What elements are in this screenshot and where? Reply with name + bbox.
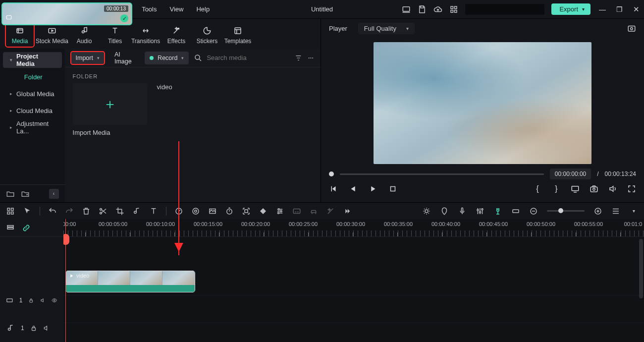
- link-icon[interactable]: [22, 224, 31, 232]
- redo-icon[interactable]: [65, 207, 74, 216]
- mixer-icon[interactable]: [476, 207, 484, 216]
- seek-bar[interactable]: 00:00:00:00 / 00:00:13:24: [329, 169, 636, 179]
- trash-icon[interactable]: [82, 207, 91, 216]
- chroma-key-icon[interactable]: [208, 207, 217, 216]
- tab-effects[interactable]: Effects: [161, 22, 191, 48]
- play-reverse-icon[interactable]: [349, 184, 358, 193]
- menu-view[interactable]: View: [169, 5, 183, 13]
- export-button[interactable]: Export ▾: [551, 3, 590, 15]
- zoom-slider[interactable]: [547, 210, 585, 212]
- adjust-icon[interactable]: [275, 207, 284, 216]
- new-bin-icon[interactable]: [21, 189, 30, 198]
- magnet-icon[interactable]: [493, 207, 502, 216]
- tab-titles[interactable]: Titles: [100, 22, 130, 48]
- more-icon[interactable]: [307, 54, 315, 62]
- marker-icon[interactable]: [440, 207, 449, 216]
- range-icon[interactable]: [511, 207, 520, 216]
- volume-icon[interactable]: [608, 184, 617, 193]
- zoom-in-icon[interactable]: [593, 207, 602, 216]
- chevron-down-icon[interactable]: ▾: [629, 207, 638, 216]
- window-close[interactable]: ✕: [631, 5, 641, 14]
- media-clip-card[interactable]: 00:00:13 ✓ video: [157, 83, 231, 136]
- motion-track-icon[interactable]: [242, 207, 251, 216]
- tab-templates[interactable]: Templates: [223, 22, 253, 48]
- subtitle-icon[interactable]: [292, 207, 301, 216]
- undo-icon[interactable]: [48, 207, 57, 216]
- preview-canvas[interactable]: [374, 42, 591, 164]
- list-view-icon[interactable]: [611, 207, 620, 216]
- playhead[interactable]: [65, 219, 66, 342]
- mute-icon[interactable]: [40, 297, 46, 304]
- split-icon[interactable]: [99, 207, 107, 216]
- timer-icon[interactable]: [225, 207, 234, 216]
- mark-in-icon[interactable]: {: [533, 184, 542, 193]
- device-icon[interactable]: [402, 5, 411, 14]
- keyframe-icon[interactable]: [259, 207, 268, 216]
- timeline-ruler[interactable]: :00:00 00:00:05:00 00:00:10:00 00:00:15:…: [63, 219, 644, 237]
- menu-help[interactable]: Help: [196, 5, 210, 13]
- stack-icon[interactable]: [6, 224, 15, 232]
- collapse-sidebar-icon[interactable]: ‹: [49, 189, 59, 199]
- svg-point-34: [280, 210, 282, 212]
- play-icon[interactable]: [369, 184, 377, 193]
- titlebar-search[interactable]: [465, 4, 544, 15]
- voiceover-icon[interactable]: [458, 207, 467, 216]
- wand-icon[interactable]: [326, 207, 335, 216]
- display-icon[interactable]: [571, 184, 580, 193]
- timeline-tracks[interactable]: :00:00 00:00:05:00 00:00:10:00 00:00:15:…: [63, 219, 644, 342]
- sidebar-project-media[interactable]: ▾ Project Media: [3, 52, 62, 68]
- seek-head[interactable]: [329, 171, 334, 176]
- video-track-row[interactable]: video: [63, 268, 644, 295]
- lock-icon[interactable]: [28, 297, 34, 304]
- color-match-icon[interactable]: [191, 207, 200, 216]
- tab-stickers[interactable]: Stickers: [192, 22, 222, 48]
- import-button[interactable]: Import ▾: [71, 52, 105, 64]
- audio-track-header[interactable]: 1: [0, 314, 63, 342]
- eye-icon[interactable]: [52, 297, 57, 304]
- zoom-out-icon[interactable]: [529, 207, 538, 216]
- new-folder-icon[interactable]: [6, 189, 15, 198]
- car-icon[interactable]: [309, 207, 318, 216]
- camera-icon[interactable]: [590, 184, 598, 193]
- tab-audio[interactable]: Audio: [69, 22, 99, 48]
- timeline-clip[interactable]: video: [65, 271, 195, 292]
- sidebar-cloud-media[interactable]: ▸ Cloud Media: [3, 103, 62, 118]
- grid-icon[interactable]: [6, 207, 15, 216]
- save-icon[interactable]: [418, 5, 427, 14]
- mark-out-icon[interactable]: }: [552, 184, 561, 193]
- audio-detach-icon[interactable]: [132, 207, 141, 216]
- prev-frame-icon[interactable]: [329, 184, 338, 193]
- brightness-icon[interactable]: [422, 207, 431, 216]
- window-maximize[interactable]: ❐: [614, 5, 624, 13]
- cloud-upload-icon[interactable]: [433, 5, 442, 14]
- pointer-icon[interactable]: [23, 207, 32, 216]
- tab-stock-media[interactable]: Stock Media: [36, 22, 68, 48]
- tab-transitions[interactable]: Transitions: [131, 22, 161, 48]
- video-track-header[interactable]: 1: [0, 286, 63, 314]
- ai-image-button[interactable]: AI Image: [109, 52, 140, 64]
- seek-track[interactable]: [340, 173, 544, 175]
- filter-icon[interactable]: [295, 54, 302, 62]
- apps-icon[interactable]: [449, 5, 458, 14]
- text-icon[interactable]: [149, 207, 158, 216]
- search-media[interactable]: [194, 54, 290, 62]
- quality-select[interactable]: Full Quality ▾: [358, 23, 415, 34]
- lock-icon[interactable]: [30, 325, 37, 332]
- sidebar-adjustment-layers[interactable]: ▸ Adjustment La...: [3, 119, 62, 135]
- timeline-scrollbar[interactable]: [639, 239, 643, 298]
- fullscreen-icon[interactable]: [627, 184, 636, 193]
- menu-tools[interactable]: Tools: [142, 5, 157, 13]
- mute-icon[interactable]: [43, 325, 50, 332]
- sidebar-folder[interactable]: Folder: [3, 69, 62, 85]
- snapshot-icon[interactable]: [627, 24, 636, 33]
- import-media-card[interactable]: ＋ Import Media: [73, 83, 147, 136]
- search-media-input[interactable]: [207, 54, 290, 61]
- expand-tools-icon[interactable]: [343, 207, 352, 216]
- sidebar-global-media[interactable]: ▸ Global Media: [3, 86, 62, 102]
- record-button[interactable]: Record ▾: [145, 52, 189, 64]
- stop-icon[interactable]: [388, 184, 397, 193]
- crop-icon[interactable]: [115, 207, 124, 216]
- window-minimize[interactable]: —: [597, 5, 607, 13]
- audio-track-row[interactable]: [63, 295, 644, 323]
- tab-media[interactable]: Media: [5, 22, 35, 48]
